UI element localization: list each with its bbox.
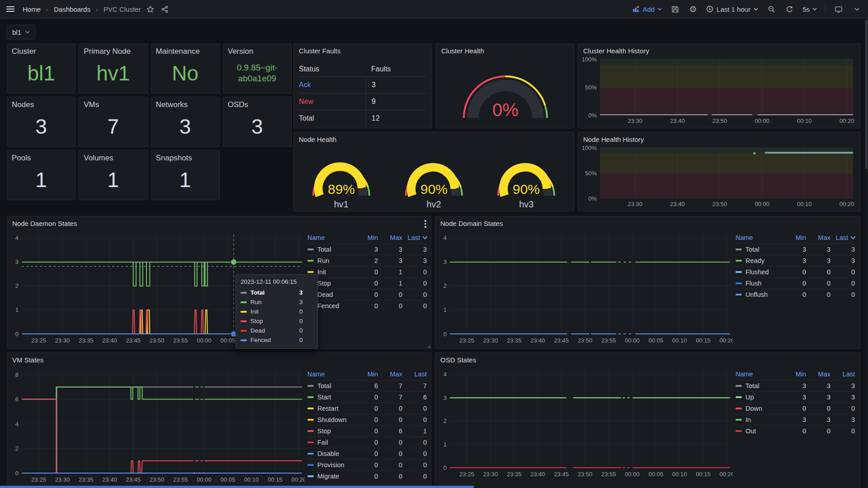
legend-series-name[interactable]: Total — [736, 382, 782, 389]
gauge-node-name: hv3 — [481, 199, 571, 210]
zoom-out-icon[interactable] — [766, 4, 776, 14]
legend-header-max[interactable]: Max — [378, 234, 402, 241]
legend-last: 0 — [830, 427, 855, 435]
stat-title[interactable]: Version — [223, 44, 291, 56]
legend-header-max[interactable]: Max — [806, 234, 830, 241]
vertical-scrollbar-thumb[interactable] — [865, 20, 868, 169]
save-icon[interactable] — [670, 4, 680, 14]
legend-series-name[interactable]: Disable — [307, 450, 354, 457]
star-icon[interactable] — [145, 4, 155, 14]
legend-series-name[interactable]: Out — [736, 427, 782, 435]
legend-header-min[interactable]: Min — [354, 234, 378, 241]
stat-title[interactable]: OSDs — [223, 97, 291, 109]
horizontal-scrollbar-thumb[interactable] — [0, 486, 474, 488]
legend-max: 0 — [378, 416, 402, 423]
refresh-interval-select[interactable]: 5s — [802, 5, 817, 13]
legend-series-name[interactable]: Up — [736, 394, 782, 401]
legend-header-min[interactable]: Min — [354, 371, 378, 378]
node-domain-chart[interactable]: 0123423:2523:3023:3523:4023:4523:5023:55… — [439, 231, 733, 346]
legend-header-last[interactable]: Last — [830, 234, 855, 241]
menu-icon[interactable] — [6, 4, 14, 14]
legend-swatch — [736, 396, 742, 398]
faults-col-status: Status — [299, 65, 366, 73]
legend-series-name[interactable]: Unflush — [736, 291, 782, 298]
variable-dropdown[interactable]: bl1 — [7, 25, 35, 39]
stat-title[interactable]: Nodes — [7, 97, 75, 109]
legend-series-name[interactable]: Migrate — [307, 473, 354, 480]
refresh-icon[interactable] — [784, 4, 794, 14]
legend-series-name[interactable]: Flushed — [736, 268, 782, 276]
add-button[interactable]: Add — [632, 5, 662, 13]
stat-panel-maintenance: MaintenanceNo — [151, 43, 220, 94]
chevron-down-icon[interactable] — [852, 4, 862, 14]
panel-title[interactable]: Node Health History — [578, 132, 860, 146]
legend-series-name[interactable]: Total — [736, 246, 782, 253]
svg-text:0: 0 — [15, 331, 19, 338]
panel-title[interactable]: Node Domain States — [435, 216, 860, 230]
tooltip-swatch — [241, 292, 247, 294]
panel-resize-handle[interactable] — [425, 343, 430, 348]
legend-header-name[interactable]: Name — [736, 371, 782, 378]
legend-series-name[interactable]: Run — [307, 257, 354, 264]
legend-series-name[interactable]: Fail — [307, 439, 354, 446]
panel-title[interactable]: Cluster Health History — [578, 44, 860, 57]
legend-label: Shutdown — [317, 416, 347, 423]
legend-series-name[interactable]: Flush — [736, 280, 782, 287]
legend-header-name[interactable]: Name — [307, 371, 354, 378]
cluster-health-history-chart[interactable]: 0%50%100%23:3023:4023:5000:0000:1000:20 — [581, 56, 858, 126]
gear-icon[interactable]: ⚙ — [688, 4, 698, 14]
stat-panel-pools: Pools1 — [7, 150, 75, 200]
panel-title[interactable]: VM States — [7, 353, 431, 366]
stat-panel-networks: Networks3 — [151, 97, 220, 147]
vm-states-chart[interactable]: 0246823:2523:3023:3523:4023:4523:5023:55… — [11, 367, 305, 485]
legend-header-last[interactable]: Last — [830, 371, 855, 378]
legend-header-min[interactable]: Min — [782, 234, 806, 241]
vertical-scrollbar[interactable] — [865, 19, 868, 488]
stat-title[interactable]: Cluster — [7, 44, 75, 56]
legend-label: Migrate — [317, 473, 339, 480]
svg-text:00:00: 00:00 — [197, 476, 212, 483]
stat-title[interactable]: Volumes — [79, 150, 147, 163]
time-range-picker[interactable]: Last 1 hour — [706, 5, 758, 13]
legend-header-last[interactable]: Last — [402, 371, 427, 378]
legend-series-name[interactable]: Ready — [736, 257, 782, 264]
stat-title[interactable]: Networks — [151, 97, 219, 109]
share-icon[interactable] — [160, 4, 170, 14]
panel-osd-states: OSD States 0123423:2523:3023:3523:4023:4… — [435, 352, 860, 488]
svg-text:23:50: 23:50 — [578, 471, 593, 478]
stat-title[interactable]: Maintenance — [151, 44, 219, 56]
stat-title[interactable]: Snapshots — [151, 150, 219, 163]
legend-header-max[interactable]: Max — [806, 371, 830, 378]
legend-series-name[interactable]: Shutdown — [307, 416, 354, 423]
node-health-history-chart[interactable]: 0%50%100%23:3023:4023:5000:0000:1000:20 — [581, 145, 858, 209]
breadcrumb-home[interactable]: Home — [23, 5, 41, 13]
stat-title[interactable]: VMs — [79, 97, 147, 109]
gauge-node-name: hv2 — [389, 199, 479, 210]
osd-states-chart[interactable]: 0123423:2523:3023:3523:4023:4523:5023:55… — [439, 367, 733, 479]
stat-title[interactable]: Primary Node — [79, 44, 147, 56]
legend-series-name[interactable]: Total — [307, 382, 354, 389]
monitor-icon[interactable] — [834, 4, 844, 14]
panel-menu-icon[interactable] — [425, 220, 426, 229]
legend-header-name[interactable]: Name — [736, 234, 782, 241]
legend-series-name[interactable]: Start — [307, 394, 354, 401]
breadcrumb-dashboards[interactable]: Dashboards — [54, 5, 90, 13]
panel-title[interactable]: OSD States — [435, 353, 860, 366]
stat-title[interactable]: Pools — [7, 150, 75, 163]
legend-series-name[interactable]: Provision — [307, 461, 354, 469]
legend-series-name[interactable]: Restart — [307, 405, 354, 412]
faults-row: New9 — [299, 93, 426, 110]
legend-series-name[interactable]: Total — [307, 246, 354, 253]
legend-header: NameMinMaxLast — [736, 368, 855, 380]
panel-title[interactable]: Cluster Faults — [294, 44, 431, 57]
legend-header-max[interactable]: Max — [378, 371, 402, 378]
legend-series-name[interactable]: Down — [736, 405, 782, 412]
gauge-svg: 89% — [296, 144, 387, 201]
legend-max: 0 — [378, 405, 402, 412]
panel-title[interactable]: Node Daemon States — [7, 216, 431, 230]
legend-header-last[interactable]: Last — [402, 234, 427, 241]
legend-header-name[interactable]: Name — [307, 234, 354, 241]
legend-series-name[interactable]: Stop — [307, 427, 354, 435]
legend-header-min[interactable]: Min — [782, 371, 806, 378]
legend-series-name[interactable]: In — [736, 416, 782, 423]
